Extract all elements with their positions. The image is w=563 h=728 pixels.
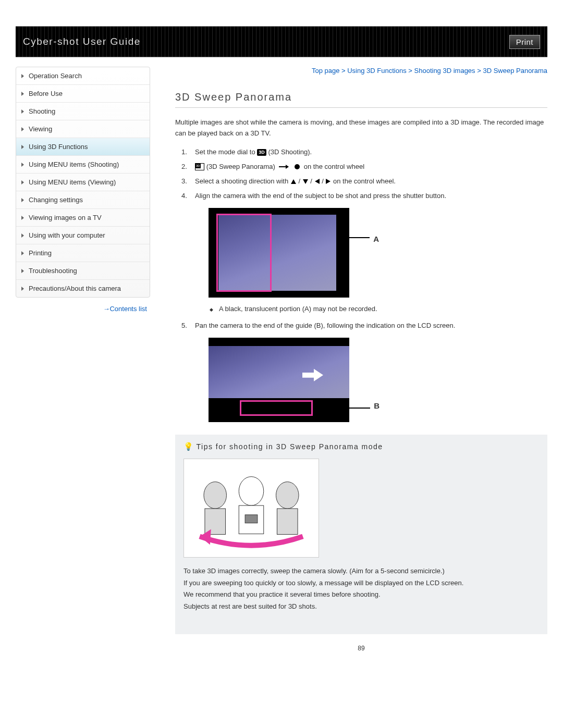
triangle-up-icon (291, 179, 296, 184)
sidebar: Operation Search Before Use Shooting Vie… (16, 67, 150, 652)
nav-viewing[interactable]: Viewing (16, 120, 150, 138)
step-1-text-a: Set the mode dial to (195, 148, 255, 156)
step-4-note: A black, translucent portion (A) may not… (219, 304, 547, 315)
step-2: 2. (3D Sweep Panorama) on the control wh… (181, 161, 547, 172)
figure-b-label: B (374, 399, 380, 413)
nav-troubleshooting[interactable]: Troubleshooting (16, 262, 150, 280)
step-1: 1. Set the mode dial to 3D (3D Shooting)… (181, 146, 547, 158)
step-1-number: 1. (181, 146, 187, 158)
step-3: 3. Select a shooting direction with / / … (181, 176, 547, 187)
crumb-shooting-3d[interactable]: Shooting 3D images (414, 67, 475, 75)
print-button[interactable]: Print (509, 35, 540, 49)
mode-3d-icon: 3D (257, 149, 266, 156)
step-3-number: 3. (181, 176, 187, 187)
nav-using-3d-functions[interactable]: Using 3D Functions (16, 138, 150, 156)
step-1-text-b: (3D Shooting). (268, 148, 312, 156)
crumb-top[interactable]: Top page (312, 67, 340, 75)
nav-menu-viewing[interactable]: Using MENU items (Viewing) (16, 174, 150, 191)
nav-precautions[interactable]: Precautions/About this camera (16, 280, 150, 297)
figure-b-image: B (209, 338, 349, 422)
contents-list-link[interactable]: Contents list (16, 298, 150, 313)
triangle-down-icon (303, 179, 308, 184)
step-5-number: 5. (181, 320, 187, 331)
svg-rect-6 (277, 509, 298, 534)
lightbulb-icon: 💡 (183, 442, 194, 451)
nav-changing-settings[interactable]: Changing settings (16, 191, 150, 209)
triangle-left-icon (315, 179, 320, 184)
nav-operation-search[interactable]: Operation Search (16, 67, 150, 85)
sidebar-nav: Operation Search Before Use Shooting Vie… (16, 67, 150, 298)
step-4-text: Align the camera with the end of the sub… (195, 192, 446, 200)
app-title: Cyber-shot User Guide (23, 36, 141, 47)
tips-title-text: Tips for shooting in 3D Sweep Panorama m… (197, 442, 383, 451)
triangle-right-icon (326, 179, 331, 184)
nav-printing[interactable]: Printing (16, 244, 150, 262)
center-button-icon (295, 164, 300, 169)
figure-a-image: A (209, 208, 349, 298)
step-2-number: 2. (181, 161, 187, 172)
step-3-text-b: on the control wheel. (333, 177, 396, 185)
figure-a-label: A (373, 232, 379, 246)
tips-p1: To take 3D images correctly, sweep the c… (183, 566, 539, 577)
svg-rect-4 (245, 515, 258, 523)
svg-point-2 (239, 477, 263, 505)
tips-title: 💡Tips for shooting in 3D Sweep Panorama … (183, 442, 539, 451)
main-content: Top page > Using 3D Functions > Shooting… (150, 67, 547, 652)
tips-box: 💡Tips for shooting in 3D Sweep Panorama … (175, 435, 547, 634)
step-5: 5. Pan the camera to the end of the guid… (181, 320, 547, 422)
figure-a: A (209, 208, 547, 298)
tips-text: To take 3D images correctly, sweep the c… (183, 566, 539, 612)
tips-p3: We recommend that you practice it severa… (183, 589, 539, 600)
step-4-number: 4. (181, 190, 187, 202)
tips-p4: Subjects at rest are best suited for 3D … (183, 601, 539, 612)
tips-p2: If you are sweeping too quickly or too s… (183, 578, 539, 589)
crumb-3d-functions[interactable]: Using 3D Functions (347, 67, 406, 75)
nav-with-computer[interactable]: Using with your computer (16, 227, 150, 244)
breadcrumb: Top page > Using 3D Functions > Shooting… (175, 67, 547, 75)
tips-illustration (183, 459, 319, 558)
step-2-text-a: (3D Sweep Panorama) (206, 163, 275, 170)
nav-before-use[interactable]: Before Use (16, 85, 150, 103)
header-bar: Cyber-shot User Guide Print (16, 26, 547, 57)
step-3-text-a: Select a shooting direction with (195, 177, 288, 185)
page-title: 3D Sweep Panorama (175, 91, 547, 108)
svg-point-5 (276, 482, 299, 508)
crumb-3d-sweep[interactable]: 3D Sweep Panorama (483, 67, 547, 75)
step-4: 4. Align the camera with the end of the … (181, 190, 547, 315)
sweep-panorama-icon (195, 163, 204, 170)
nav-menu-shooting[interactable]: Using MENU items (Shooting) (16, 156, 150, 174)
steps-list: 1. Set the mode dial to 3D (3D Shooting)… (181, 146, 547, 422)
step-2-text-b: on the control wheel (304, 163, 364, 170)
svg-rect-1 (205, 509, 226, 534)
arrow-right-icon (279, 166, 288, 167)
intro-text: Multiple images are shot while the camer… (175, 117, 547, 139)
nav-viewing-tv[interactable]: Viewing images on a TV (16, 209, 150, 227)
figure-b: B (209, 338, 547, 422)
svg-point-0 (204, 482, 227, 508)
page-number: 89 (175, 645, 547, 652)
nav-shooting[interactable]: Shooting (16, 103, 150, 120)
step-5-text: Pan the camera to the end of the guide (… (195, 322, 455, 329)
